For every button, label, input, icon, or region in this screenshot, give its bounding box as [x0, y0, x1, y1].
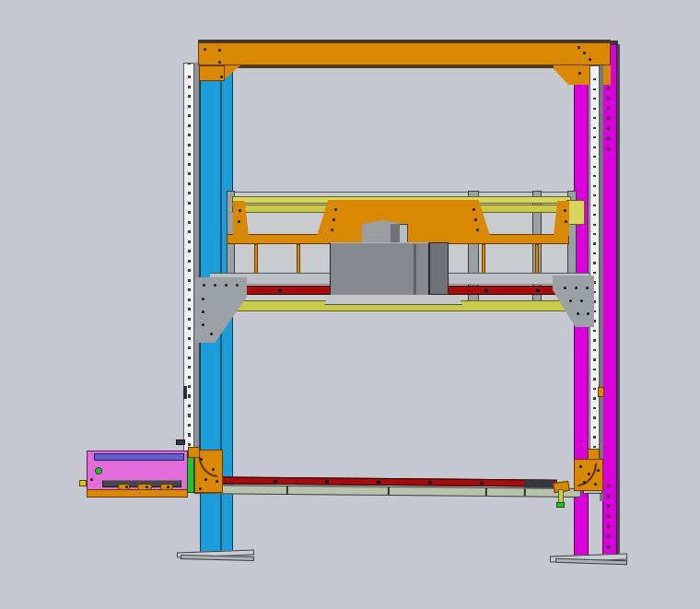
bolt [236, 284, 239, 287]
cad-viewport [0, 0, 700, 609]
bolt [589, 58, 591, 61]
bottom-rail-assembly [194, 476, 582, 500]
bolt [578, 72, 581, 75]
bolt [565, 220, 567, 223]
bolt [575, 287, 578, 289]
bolt [476, 228, 479, 231]
bolt [204, 48, 206, 51]
bolt [569, 299, 572, 302]
bolt [588, 473, 590, 475]
bolt [210, 333, 213, 335]
bolt [204, 478, 207, 481]
bolt [579, 465, 582, 468]
bolt [583, 481, 586, 484]
bolt [238, 220, 240, 223]
rail-joint-2 [388, 487, 390, 495]
top-crossbeam[interactable] [198, 42, 611, 65]
bolt [202, 323, 204, 326]
flange-holes-top [607, 79, 610, 157]
bolt [472, 208, 475, 211]
bolt [331, 228, 333, 231]
bolt [214, 284, 216, 287]
bolt [586, 287, 589, 289]
bolt [225, 284, 228, 287]
bolt [577, 312, 579, 315]
bolt [474, 218, 477, 221]
bolt [239, 209, 241, 212]
bolt [200, 458, 203, 461]
bolt [564, 287, 566, 289]
hook-tip [556, 502, 565, 508]
bolt [594, 483, 597, 486]
bolt [202, 298, 204, 300]
seam-end-block [598, 387, 604, 397]
rail-clip [183, 386, 187, 399]
bolt [583, 52, 586, 54]
bolt [218, 49, 221, 52]
bolt [125, 486, 128, 488]
motor-cap-side [391, 224, 400, 244]
bolt [220, 76, 223, 78]
carriage-tab [79, 480, 87, 486]
bolt [216, 480, 218, 483]
rail-clamp-right [588, 449, 600, 460]
right-mast-seam [600, 65, 603, 501]
bolt [334, 208, 337, 211]
bolt [578, 46, 580, 49]
indicator-dot [95, 467, 102, 474]
bolt [597, 469, 600, 472]
bolt [90, 478, 93, 481]
bolt [146, 486, 148, 488]
beam-end-cap[interactable] [566, 200, 585, 225]
rail-clamp-left [188, 447, 200, 458]
bolt [332, 218, 335, 221]
carriage-top-strip[interactable] [94, 453, 184, 461]
bolt [564, 209, 566, 212]
bolt [587, 312, 589, 315]
bolt [199, 487, 202, 490]
bolt [218, 61, 221, 64]
corner-gusset-left[interactable] [199, 65, 225, 81]
bolt [202, 310, 204, 313]
gearbox-side-panel[interactable] [429, 242, 449, 295]
bolt [212, 468, 215, 471]
rail-end-cover [524, 479, 554, 487]
left-mast-rail-holes [188, 68, 191, 459]
bolt [580, 299, 583, 302]
right-mast-edge [617, 44, 620, 558]
right-mast-outer-flange[interactable] [602, 44, 617, 560]
flange-holes-bottom [607, 477, 610, 556]
bolt [167, 486, 169, 488]
foot-plate-right-2[interactable] [555, 558, 627, 565]
foot-plate-left-2[interactable] [181, 555, 254, 561]
rail-joint-4 [524, 488, 526, 496]
carriage-base-strip[interactable] [87, 489, 188, 498]
gearbox-tray [324, 295, 462, 305]
limit-bolt [176, 439, 185, 445]
bolt [203, 284, 205, 287]
rail-joint-3 [485, 488, 487, 496]
rail-joint-1 [286, 486, 288, 494]
gearbox-seam [414, 244, 416, 296]
